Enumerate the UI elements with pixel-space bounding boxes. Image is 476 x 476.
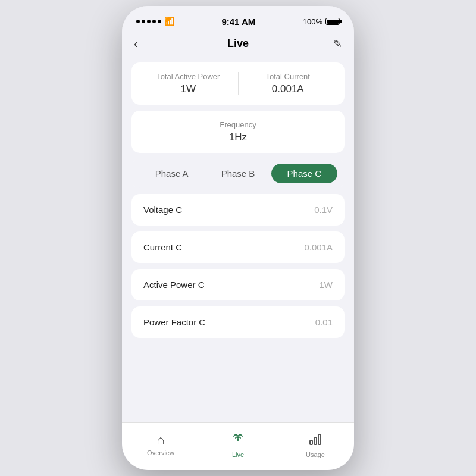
- total-current-label: Total Current: [266, 72, 310, 81]
- total-active-power-value: 1W: [181, 83, 196, 95]
- card-divider: [238, 72, 239, 95]
- tab-overview[interactable]: ⌂ Overview: [122, 434, 199, 456]
- power-factor-value: 0.01: [315, 317, 333, 327]
- total-active-power-label: Total Active Power: [156, 72, 220, 81]
- voltage-label: Voltage C: [143, 205, 182, 215]
- battery-percent: 100%: [303, 17, 322, 26]
- signal-icon: [136, 20, 161, 23]
- wifi-icon: 📶: [164, 17, 174, 26]
- page-title: Live: [227, 37, 249, 50]
- status-left: 📶: [136, 17, 174, 26]
- total-active-power-section: Total Active Power 1W: [143, 72, 233, 95]
- frequency-card: Frequency 1Hz: [131, 111, 345, 153]
- voltage-value: 0.1V: [314, 205, 333, 215]
- svg-rect-3: [318, 434, 321, 444]
- status-time: 9:41 AM: [221, 17, 255, 27]
- phase-selector: Phase A Phase B Phase C: [131, 159, 345, 188]
- svg-point-0: [237, 439, 239, 440]
- power-factor-label: Power Factor C: [143, 317, 205, 327]
- power-current-card: Total Active Power 1W Total Current 0.00…: [131, 62, 345, 105]
- overview-icon: ⌂: [156, 434, 164, 447]
- power-factor-card: Power Factor C 0.01: [131, 306, 345, 338]
- current-card: Current C 0.001A: [131, 231, 345, 263]
- svg-rect-2: [314, 437, 317, 444]
- edit-button[interactable]: ✎: [324, 37, 342, 51]
- nav-bar: ‹ Live ✎: [122, 32, 354, 58]
- total-current-section: Total Current 0.001A: [243, 72, 333, 95]
- tab-usage-label: Usage: [306, 451, 325, 458]
- current-value: 0.001A: [304, 242, 333, 252]
- tab-live-label: Live: [232, 451, 244, 458]
- current-label: Current C: [143, 242, 182, 252]
- main-content: Total Active Power 1W Total Current 0.00…: [122, 58, 354, 422]
- status-bar: 📶 9:41 AM 100%: [122, 6, 354, 32]
- phase-a-button[interactable]: Phase A: [139, 164, 205, 183]
- back-button[interactable]: ‹: [134, 37, 152, 51]
- tab-live[interactable]: Live: [199, 432, 277, 458]
- active-power-label: Active Power C: [143, 280, 205, 290]
- tab-usage[interactable]: Usage: [277, 432, 354, 458]
- battery-icon: [325, 18, 340, 25]
- active-power-card: Active Power C 1W: [131, 269, 345, 300]
- live-icon: [231, 432, 245, 449]
- usage-icon: [308, 432, 322, 449]
- voltage-card: Voltage C 0.1V: [131, 194, 345, 226]
- phase-b-button[interactable]: Phase B: [205, 164, 271, 183]
- phase-c-button[interactable]: Phase C: [271, 164, 337, 183]
- frequency-label: Frequency: [220, 120, 256, 129]
- active-power-value: 1W: [320, 280, 333, 290]
- tab-overview-label: Overview: [147, 449, 174, 456]
- frequency-value: 1Hz: [229, 131, 247, 143]
- status-right: 100%: [303, 17, 340, 26]
- tab-bar: ⌂ Overview Live: [122, 422, 354, 470]
- total-current-value: 0.001A: [272, 83, 304, 95]
- phone-frame: 📶 9:41 AM 100% ‹ Live ✎ Total Active Pow…: [122, 6, 354, 470]
- svg-rect-1: [310, 440, 312, 444]
